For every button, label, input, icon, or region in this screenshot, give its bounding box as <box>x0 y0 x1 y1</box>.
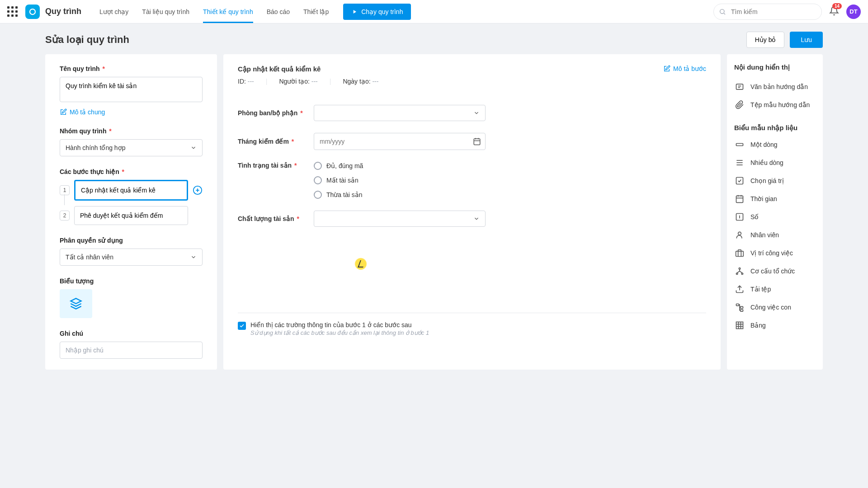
chevron-down-icon <box>473 216 480 222</box>
apps-grid-icon[interactable] <box>7 6 18 17</box>
org-icon <box>735 267 744 276</box>
content-display-title: Nội dung hiển thị <box>734 63 816 71</box>
save-button[interactable]: Lưu <box>790 32 823 48</box>
layers-icon <box>70 297 82 310</box>
palette-org-structure[interactable]: Cơ cấu tổ chức <box>734 262 816 280</box>
svg-line-2 <box>724 13 725 14</box>
search-input[interactable] <box>713 4 822 20</box>
table-icon <box>735 321 744 330</box>
svg-marker-6 <box>71 298 81 304</box>
add-step-icon[interactable] <box>193 185 203 195</box>
icon-label: Biểu tượng <box>60 277 203 285</box>
palette-select-value[interactable]: Chọn giá trị <box>734 172 816 190</box>
radio-lost[interactable]: Mất tài sản <box>314 176 486 184</box>
step-input-2[interactable] <box>74 206 188 225</box>
step-input-1[interactable] <box>74 180 188 201</box>
run-button-label: Chạy quy trình <box>361 8 403 15</box>
palette-table[interactable]: Bảng <box>734 316 816 334</box>
tab-design[interactable]: Thiết kế quy trình <box>203 0 253 23</box>
status-row: Tình trạng tài sản * Đủ, đúng mã Mất tài… <box>238 162 706 199</box>
show-fields-footer: Hiển thị các trường thông tin của bước 1… <box>238 313 706 336</box>
palette-multi-line[interactable]: Nhiều dòng <box>734 154 816 172</box>
general-desc-link[interactable]: Mô tả chung <box>60 108 203 116</box>
step-row-1: 1 <box>60 180 203 201</box>
notes-input[interactable] <box>60 342 203 359</box>
single-line-icon <box>735 140 744 149</box>
show-fields-hint: Sử dụng khi tất cả các bước sau đều cần … <box>250 329 429 336</box>
palette-job-position[interactable]: Vị trí công việc <box>734 244 816 262</box>
process-group-select[interactable]: Hành chính tổng hợp <box>60 139 203 156</box>
search-box <box>713 4 822 20</box>
text-icon <box>735 82 744 91</box>
palette-time[interactable]: Thời gian <box>734 190 816 208</box>
month-input[interactable] <box>314 133 486 150</box>
svg-rect-23 <box>736 251 744 257</box>
cancel-button[interactable]: Hủy bỏ <box>746 32 785 48</box>
palette-subtask[interactable]: Công việc con <box>734 298 816 316</box>
radio-full[interactable]: Đủ, đúng mã <box>314 162 486 170</box>
number-icon <box>735 212 744 221</box>
notif-badge: 14 <box>832 3 842 9</box>
multi-line-icon <box>735 158 744 167</box>
chevron-down-icon <box>473 110 480 116</box>
svg-point-0 <box>30 9 35 14</box>
quality-row: Chất lượng tài sản * <box>238 211 706 227</box>
svg-rect-17 <box>736 196 743 202</box>
calendar-icon[interactable] <box>473 137 481 145</box>
tab-reports[interactable]: Báo cáo <box>267 0 290 23</box>
svg-rect-28 <box>736 304 739 306</box>
icon-picker[interactable] <box>60 289 92 318</box>
play-icon <box>351 9 358 15</box>
tab-runs[interactable]: Lượt chạy <box>99 0 128 23</box>
svg-point-22 <box>738 232 741 235</box>
svg-rect-7 <box>474 139 480 145</box>
person-icon <box>735 230 744 239</box>
permission-label: Phân quyền sử dụng <box>60 237 203 244</box>
step-number: 1 <box>60 185 70 195</box>
palette-employee[interactable]: Nhân viên <box>734 226 816 244</box>
palette-single-line[interactable]: Một dòng <box>734 136 816 154</box>
radio-icon <box>314 162 322 170</box>
app-logo-icon[interactable] <box>25 5 40 19</box>
notifications-button[interactable]: 14 <box>829 6 839 17</box>
topbar: Quy trình Lượt chạy Tài liệu quy trình T… <box>0 0 868 23</box>
palette-text-guide[interactable]: Văn bản hướng dẫn <box>734 78 816 96</box>
attachment-icon <box>735 100 744 109</box>
page-header: Sửa loại quy trình Hủy bỏ Lưu <box>0 23 868 54</box>
permission-select[interactable]: Tất cả nhân viên <box>60 249 203 266</box>
process-name-input[interactable] <box>60 77 203 102</box>
tab-settings[interactable]: Thiết lập <box>303 0 329 23</box>
edit-icon <box>60 108 67 116</box>
svg-point-24 <box>739 268 740 269</box>
quality-select[interactable] <box>314 211 486 227</box>
page-title: Sửa loại quy trình <box>45 34 129 46</box>
cursor-highlight <box>354 258 367 270</box>
month-row: Tháng kiểm đếm * <box>238 133 706 150</box>
show-fields-label: Hiển thị các trường thông tin của bước 1… <box>250 321 429 328</box>
radio-extra[interactable]: Thừa tài sản <box>314 191 486 199</box>
process-group-label: Nhóm quy trình * <box>60 127 203 135</box>
svg-rect-31 <box>736 322 743 329</box>
palette-file-template[interactable]: Tệp mẫu hướng dẫn <box>734 96 816 114</box>
steps-label: Các bước thực hiện * <box>60 168 203 175</box>
calendar-icon <box>735 194 744 203</box>
step-title: Cập nhật kết quả kiểm kê <box>238 65 378 73</box>
notes-label: Ghi chú <box>60 330 203 337</box>
svg-rect-16 <box>736 178 743 184</box>
step-meta: ID: --- | Người tạo: --- | Ngày tạo: --- <box>238 78 378 85</box>
step-row-2: 2 <box>60 206 203 225</box>
user-avatar[interactable]: DT <box>846 5 861 19</box>
dept-row: Phòng ban/bộ phận * <box>238 105 706 121</box>
dept-select[interactable] <box>314 105 486 121</box>
run-process-button[interactable]: Chạy quy trình <box>343 4 411 20</box>
step-desc-link[interactable]: Mô tả bước <box>663 65 706 72</box>
upload-icon <box>735 285 744 294</box>
process-name-label: Tên quy trình * <box>60 65 203 72</box>
palette-upload[interactable]: Tải tệp <box>734 280 816 298</box>
step-number: 2 <box>60 211 70 221</box>
show-fields-checkbox[interactable] <box>238 322 246 330</box>
tab-docs[interactable]: Tài liệu quy trình <box>142 0 189 23</box>
radio-icon <box>314 176 322 184</box>
right-panel: Nội dung hiển thị Văn bản hướng dẫn Tệp … <box>727 54 823 370</box>
palette-number[interactable]: Số <box>734 208 816 226</box>
